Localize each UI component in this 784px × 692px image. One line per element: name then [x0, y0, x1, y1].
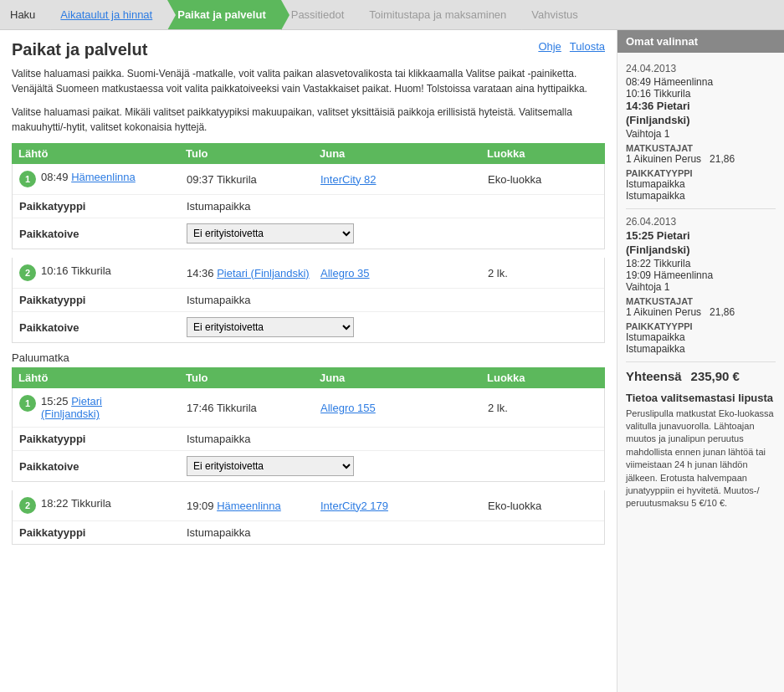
paikkatoive-label-2: Paikkatoive	[19, 321, 187, 334]
train-col-2: Allegro 35	[320, 267, 488, 279]
return-paikkatyyppi-label-1: Paikkatyyppi	[19, 433, 187, 445]
sidebar: Omat valinnat 24.04.2013 08:49 Hämeenlin…	[617, 30, 784, 692]
return-matkustajat: 1 Aikuinen Perus 21,86	[626, 306, 776, 318]
outbound-matkustajat-label: MATKUSTAJAT	[626, 143, 776, 153]
total-amount: 235,90 €	[691, 369, 740, 383]
paikkatyyppi-label-2: Paikkatyyppi	[19, 294, 187, 306]
return-paikkatyyppi-row-1: Paikkatyyppi Istumapaikka	[13, 427, 604, 450]
paikkatoive-select-1[interactable]: Ei erityistoivetta Ikkunapaikka Käytäväp…	[187, 223, 354, 243]
sidebar-total: Yhteensä 235,90 €	[626, 369, 776, 383]
paikkatoive-select-wrapper-2: Ei erityistoivetta Ikkunapaikka Käytäväp…	[187, 317, 597, 337]
return-class-col-2: Eko-luokka	[488, 500, 597, 512]
tulosta-link[interactable]: Tulosta	[570, 40, 605, 53]
sidebar-divider-2	[626, 361, 776, 362]
return-paikkatyyppi-label: PAIKKATYYPPI	[626, 321, 776, 331]
class-col-2: 2 lk.	[488, 267, 597, 279]
return-paikkatyyppi-label-2: Paikkatyyppi	[19, 526, 187, 539]
sidebar-title: Omat valinnat	[617, 30, 784, 53]
outbound-paikkatyyppi2: Istumapaikka	[626, 190, 776, 202]
outbound-dep: 08:49 Hämeenlinna	[626, 76, 776, 88]
return-arr-col-1: 17:46 Tikkurila	[187, 402, 320, 414]
nav-aikataulut[interactable]: Aikataulut ja hinnat	[50, 0, 167, 29]
page-links: Ohje Tulosta	[538, 40, 605, 53]
return-note: Vaihtoja 1	[626, 281, 776, 293]
dep-col-2: 2 10:16 Tikkurila	[19, 264, 187, 281]
return-train-link-2[interactable]: InterCity2 179	[320, 500, 388, 512]
train-link-1[interactable]: InterCity 82	[320, 173, 376, 186]
sidebar-info-title: Tietoa valitsemastasi lipusta	[626, 392, 776, 404]
paikkatoive-label-1: Paikkatoive	[19, 228, 187, 240]
outbound-matkustajat: 1 Aikuinen Perus 21,86	[626, 153, 776, 165]
description-1: Valitse haluamasi paikka. Suomi-Venäjä -…	[12, 66, 605, 96]
nav-vahvistus: Vahvistus	[521, 0, 592, 29]
outbound-row-2: 2 10:16 Tikkurila 14:36 Pietari (Finljan…	[12, 258, 605, 343]
circle-2: 2	[19, 264, 36, 281]
main-container: Paikat ja palvelut Ohje Tulosta Valitse …	[0, 30, 784, 692]
return-dep: 15:25 Pietari (Finljandski)	[626, 229, 776, 258]
outbound-paikkatyyppi-label: PAIKKATYYPPI	[626, 168, 776, 178]
paikkatyyppi-row-1: Paikkatyyppi Istumapaikka	[13, 194, 604, 218]
return-dep-station-1[interactable]: Pietari(Finljandski)	[41, 395, 102, 420]
sidebar-divider-1	[626, 208, 776, 209]
return-paikkatoive-row-1: Paikkatoive Ei erityistoivetta Ikkunapai…	[13, 450, 604, 481]
paikkatoive-row-1: Paikkatoive Ei erityistoivetta Ikkunapai…	[13, 218, 604, 249]
arr-station-2[interactable]: Pietari (Finljandski)	[217, 267, 310, 279]
return-paikkatoive-select-1[interactable]: Ei erityistoivetta Ikkunapaikka Käytäväp…	[187, 456, 354, 476]
return-arr-station-2[interactable]: Hämeenlinna	[217, 500, 281, 512]
return-train-col-1: Allegro 155	[320, 402, 488, 414]
paikkatyyppi-label-1: Paikkatyyppi	[19, 200, 187, 213]
outbound-row-1: 1 08:49 Hämeenlinna 09:37 Tikkurila Inte…	[12, 164, 605, 249]
arr-col-2: 14:36 Pietari (Finljandski)	[187, 267, 320, 279]
return-train-link-1[interactable]: Allegro 155	[320, 402, 376, 414]
arr-col-1: 09:37 Tikkurila	[187, 173, 320, 186]
paikkatyyppi-value-2: Istumapaikka	[187, 294, 597, 306]
return-paikkatyyppi-value-2: Istumapaikka	[187, 526, 597, 539]
paikkatoive-select-wrapper-1: Ei erityistoivetta Ikkunapaikka Käytäväp…	[187, 223, 597, 243]
return-dep-col-2: 2 18:22 Tikkurila	[19, 497, 187, 514]
return-via: 18:22 Tikkurila	[626, 258, 776, 269]
nav-toimitus: Toimitustapa ja maksaminen	[359, 0, 521, 29]
return-train-col-2: InterCity2 179	[320, 500, 488, 512]
return-arr-col-2: 19:09 Hämeenlinna	[187, 500, 320, 512]
page-title: Paikat ja palvelut	[12, 40, 147, 59]
outbound-header: Lähtö Tulo Juna Luokka	[12, 143, 605, 164]
dep-col-1: 1 08:49 Hämeenlinna	[19, 171, 187, 187]
outbound-note: Vaihtoja 1	[626, 128, 776, 140]
nav-haku[interactable]: Haku	[0, 0, 50, 29]
sidebar-content: 24.04.2013 08:49 Hämeenlinna 10:16 Tikku…	[617, 53, 784, 517]
return-main-2: 2 18:22 Tikkurila 19:09 Hämeenlinna Inte…	[13, 490, 604, 520]
return-paikkatyyppi2: Istumapaikka	[626, 343, 776, 355]
ohje-link[interactable]: Ohje	[538, 40, 561, 53]
return-main-1: 1 15:25 Pietari(Finljandski) 17:46 Tikku…	[13, 388, 604, 427]
return-paikkatyyppi-value-1: Istumapaikka	[187, 433, 597, 445]
navigation-bar: Haku Aikataulut ja hinnat Paikat ja palv…	[0, 0, 784, 30]
train-link-2[interactable]: Allegro 35	[320, 267, 370, 279]
outbound-main-1: 1 08:49 Hämeenlinna 09:37 Tikkurila Inte…	[13, 164, 604, 194]
outbound-main-2: 2 10:16 Tikkurila 14:36 Pietari (Finljan…	[13, 258, 604, 288]
dep-station-1[interactable]: Hämeenlinna	[71, 171, 136, 183]
paikkatyyppi-row-2: Paikkatyyppi Istumapaikka	[13, 288, 604, 311]
outbound-date: 24.04.2013	[626, 63, 776, 74]
paikkatyyppi-value-1: Istumapaikka	[187, 200, 597, 213]
return-paikkatoive-label-1: Paikkatoive	[19, 460, 187, 473]
return-dep-col-1: 1 15:25 Pietari(Finljandski)	[19, 395, 187, 420]
return-row-1: 1 15:25 Pietari(Finljandski) 17:46 Tikku…	[12, 388, 605, 482]
return-header: Lähtö Tulo Juna Luokka	[12, 367, 605, 388]
outbound-via: 10:16 Tikkurila	[626, 88, 776, 100]
sidebar-info-text: Peruslipulla matkustat Eko-luokassa vali…	[626, 408, 776, 510]
return-circle-2: 2	[19, 497, 36, 514]
return-paikkatoive-select-wrapper-1: Ei erityistoivetta Ikkunapaikka Käytäväp…	[187, 456, 597, 476]
class-col-1: Eko-luokka	[488, 173, 597, 186]
outbound-paikkatyyppi1: Istumapaikka	[626, 178, 776, 190]
paluumatka-label: Paluumatka	[12, 351, 605, 364]
page-header: Paikat ja palvelut Ohje Tulosta	[12, 40, 605, 59]
nav-paikat: Paikat ja palvelut	[167, 0, 281, 29]
paikkatoive-select-2[interactable]: Ei erityistoivetta Ikkunapaikka Käytäväp…	[187, 317, 354, 337]
return-circle-1: 1	[19, 395, 36, 412]
nav-passitiedot: Passitiedot	[281, 0, 360, 29]
return-class-col-1: 2 lk.	[488, 402, 597, 414]
return-paikkatyyppi-row-2: Paikkatyyppi Istumapaikka	[13, 520, 604, 544]
return-row-2: 2 18:22 Tikkurila 19:09 Hämeenlinna Inte…	[12, 490, 605, 545]
content-area: Paikat ja palvelut Ohje Tulosta Valitse …	[0, 30, 617, 692]
outbound-arr: 14:36 Pietari (Finljandski)	[626, 100, 776, 128]
